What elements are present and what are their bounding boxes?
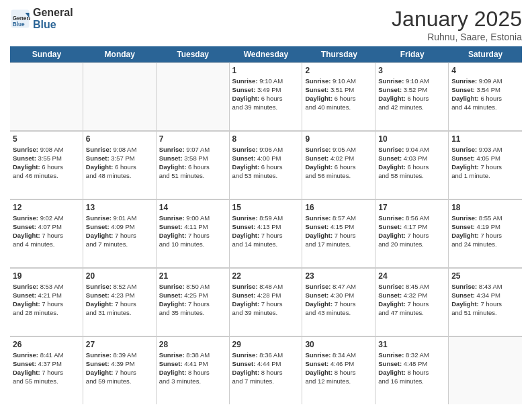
cell-info-line: Sunset: 3:51 PM	[305, 86, 372, 95]
cell-info-line: Daylight: 6 hours	[378, 163, 445, 172]
cell-info-line: Daylight: 7 hours	[86, 369, 153, 377]
cell-info-line: Daylight: 6 hours	[159, 163, 226, 172]
cell-info-line: Sunrise: 8:41 AM	[13, 351, 80, 360]
calendar-cell: 1Sunrise: 9:10 AMSunset: 3:49 PMDaylight…	[230, 63, 303, 130]
cell-info-line: Daylight: 7 hours	[451, 300, 519, 309]
cell-info-line: and 31 minutes.	[86, 309, 153, 318]
calendar-body: 1Sunrise: 9:10 AMSunset: 3:49 PMDaylight…	[10, 62, 522, 404]
cell-info-line: Daylight: 7 hours	[13, 300, 80, 309]
cell-info-line: Sunset: 4:02 PM	[305, 154, 372, 163]
logo-general-text: General	[33, 7, 73, 19]
cell-info-line: Daylight: 6 hours	[305, 95, 372, 103]
header-monday: Monday	[83, 46, 157, 62]
cell-info-line: Daylight: 8 hours	[159, 369, 226, 377]
calendar-cell: 23Sunrise: 8:47 AMSunset: 4:30 PMDayligh…	[302, 269, 375, 336]
cell-info-line: Sunrise: 8:43 AM	[451, 283, 519, 291]
calendar-cell: 29Sunrise: 8:36 AMSunset: 4:44 PMDayligh…	[230, 337, 303, 404]
calendar-cell: 30Sunrise: 8:34 AMSunset: 4:46 PMDayligh…	[302, 337, 375, 404]
cell-info-line: Sunrise: 8:45 AM	[378, 283, 445, 291]
cell-info-line: Sunrise: 8:38 AM	[159, 351, 226, 360]
cell-info-line: and 39 minutes.	[232, 309, 300, 318]
location: Ruhnu, Saare, Estonia	[392, 32, 522, 42]
day-number: 20	[86, 271, 153, 281]
cell-info-line: Sunset: 4:25 PM	[159, 291, 226, 300]
day-number: 2	[305, 65, 372, 76]
calendar-cell: 22Sunrise: 8:48 AMSunset: 4:28 PMDayligh…	[230, 269, 303, 336]
day-number: 11	[451, 134, 519, 144]
day-number: 6	[86, 134, 153, 144]
cell-info-line: Daylight: 6 hours	[232, 163, 300, 172]
calendar-cell: 12Sunrise: 9:02 AMSunset: 4:07 PMDayligh…	[10, 200, 83, 267]
cell-info-line: Sunrise: 9:03 AM	[451, 146, 519, 154]
header-friday: Friday	[375, 46, 449, 62]
cell-info-line: Sunrise: 9:04 AM	[378, 146, 445, 154]
cell-info-line: and 24 minutes.	[451, 240, 519, 249]
cell-info-line: Daylight: 6 hours	[86, 163, 153, 172]
cell-info-line: Sunset: 4:00 PM	[232, 154, 300, 163]
cell-info-line: and 14 minutes.	[232, 240, 300, 249]
cell-info-line: Sunset: 4:46 PM	[305, 360, 372, 369]
day-number: 1	[232, 65, 300, 76]
cell-info-line: Daylight: 7 hours	[13, 232, 80, 240]
cell-info-line: and 58 minutes.	[378, 172, 445, 181]
cell-info-line: Sunset: 3:57 PM	[86, 154, 153, 163]
day-number: 13	[86, 202, 153, 213]
calendar-cell: 20Sunrise: 8:52 AMSunset: 4:23 PMDayligh…	[83, 269, 157, 336]
cell-info-line: Daylight: 7 hours	[159, 300, 226, 309]
calendar-cell: 17Sunrise: 8:56 AMSunset: 4:17 PMDayligh…	[375, 200, 449, 267]
day-number: 26	[13, 339, 80, 350]
calendar-cell: 18Sunrise: 8:55 AMSunset: 4:19 PMDayligh…	[449, 200, 522, 267]
day-number: 19	[13, 271, 80, 281]
cell-info-line: Sunrise: 8:34 AM	[305, 351, 372, 360]
cell-info-line: Daylight: 6 hours	[378, 95, 445, 103]
cell-info-line: and 20 minutes.	[378, 240, 445, 249]
cell-info-line: Sunset: 3:55 PM	[13, 154, 80, 163]
cell-info-line: Sunset: 4:07 PM	[13, 223, 80, 232]
cell-info-line: and 51 minutes.	[451, 309, 519, 318]
header-tuesday: Tuesday	[157, 46, 230, 62]
cell-info-line: Sunset: 3:49 PM	[232, 86, 300, 95]
day-number: 21	[159, 271, 226, 281]
header-wednesday: Wednesday	[230, 46, 303, 62]
day-number: 8	[232, 134, 300, 144]
cell-info-line: Daylight: 6 hours	[13, 163, 80, 172]
calendar-cell: 5Sunrise: 9:08 AMSunset: 3:55 PMDaylight…	[10, 132, 83, 199]
day-number: 15	[232, 202, 300, 213]
cell-info-line: Sunrise: 9:08 AM	[13, 146, 80, 154]
header-thursday: Thursday	[302, 46, 375, 62]
cell-info-line: Sunrise: 8:55 AM	[451, 214, 519, 223]
cell-info-line: and 10 minutes.	[159, 240, 226, 249]
cell-info-line: Daylight: 7 hours	[305, 300, 372, 309]
cell-info-line: Sunrise: 8:56 AM	[378, 214, 445, 223]
cell-info-line: and 3 minutes.	[159, 377, 226, 386]
cell-info-line: Daylight: 7 hours	[232, 232, 300, 240]
cell-info-line: Sunset: 4:21 PM	[13, 291, 80, 300]
day-number: 3	[378, 65, 445, 76]
cell-info-line: Sunset: 4:48 PM	[378, 360, 445, 369]
cell-info-line: and 7 minutes.	[86, 240, 153, 249]
calendar-cell	[83, 63, 157, 130]
calendar-week-5: 26Sunrise: 8:41 AMSunset: 4:37 PMDayligh…	[10, 336, 522, 404]
day-number: 10	[378, 134, 445, 144]
calendar: Sunday Monday Tuesday Wednesday Thursday…	[10, 46, 522, 404]
cell-info-line: Sunset: 4:19 PM	[451, 223, 519, 232]
calendar-cell: 31Sunrise: 8:32 AMSunset: 4:48 PMDayligh…	[375, 337, 449, 404]
day-number: 7	[159, 134, 226, 144]
cell-info-line: and 47 minutes.	[378, 309, 445, 318]
calendar-cell: 3Sunrise: 9:10 AMSunset: 3:52 PMDaylight…	[375, 63, 449, 130]
header-sunday: Sunday	[10, 46, 83, 62]
cell-info-line: Sunset: 4:39 PM	[86, 360, 153, 369]
cell-info-line: and 59 minutes.	[86, 377, 153, 386]
day-number: 9	[305, 134, 372, 144]
cell-info-line: Sunset: 4:13 PM	[232, 223, 300, 232]
day-number: 4	[451, 65, 519, 76]
logo-icon: General Blue	[10, 9, 30, 29]
calendar-cell: 25Sunrise: 8:43 AMSunset: 4:34 PMDayligh…	[449, 269, 522, 336]
cell-info-line: and 17 minutes.	[305, 240, 372, 249]
cell-info-line: and 42 minutes.	[378, 103, 445, 112]
calendar-cell: 6Sunrise: 9:08 AMSunset: 3:57 PMDaylight…	[83, 132, 157, 199]
cell-info-line: and 1 minute.	[451, 172, 519, 181]
cell-info-line: Sunrise: 9:10 AM	[378, 77, 445, 86]
cell-info-line: Sunrise: 9:00 AM	[159, 214, 226, 223]
calendar-header: Sunday Monday Tuesday Wednesday Thursday…	[10, 46, 522, 62]
